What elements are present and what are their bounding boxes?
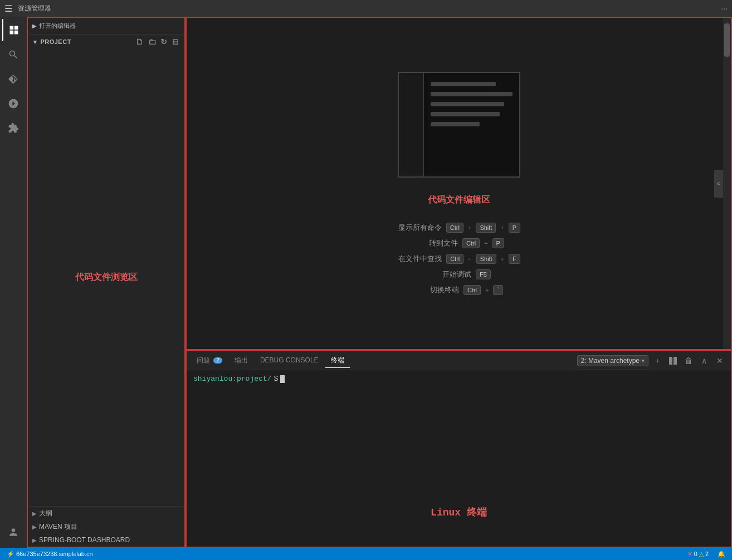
collapse-icon[interactable]: ⊟ bbox=[171, 36, 180, 47]
project-label: PROJECT bbox=[40, 38, 71, 45]
activity-bar bbox=[0, 17, 27, 548]
sidebar-item-springboot[interactable]: ▶ SPRING-BOOT DASHBOARD bbox=[28, 533, 184, 547]
remote-url: 66e735e73238.simplelab.cn bbox=[16, 551, 93, 557]
shortcut-row-1: 转到文件 Ctrl + P bbox=[413, 238, 504, 248]
terminal-selector-chevron: ▾ bbox=[642, 358, 645, 363]
tab-problems-label: 问题 bbox=[197, 356, 210, 364]
shortcut-label-1: 转到文件 bbox=[413, 238, 458, 248]
status-bar-left: ⚡ 66e735e73238.simplelab.cn bbox=[4, 551, 95, 558]
menu-icon[interactable]: ☰ bbox=[4, 3, 12, 14]
editor-icon-lines bbox=[424, 73, 519, 176]
activity-git[interactable] bbox=[2, 68, 25, 90]
terminal-chevron-up-btn[interactable]: ∧ bbox=[697, 354, 711, 367]
shortcut-label-0: 显示所有命令 bbox=[397, 223, 442, 233]
editor-line-5 bbox=[431, 122, 480, 126]
status-bar-right: ✕ 0 △ 2 🔔 bbox=[685, 551, 728, 558]
sidebar-item-outline[interactable]: ▶ 大纲 bbox=[28, 507, 184, 520]
shortcut-row-0: 显示所有命令 Ctrl + Shift + P bbox=[397, 223, 520, 233]
kbd-ctrl-0: Ctrl bbox=[446, 223, 463, 233]
tab-output-label: 输出 bbox=[235, 356, 248, 364]
shortcut-label-2: 在文件中查找 bbox=[397, 254, 442, 264]
tab-output[interactable]: 输出 bbox=[229, 353, 253, 368]
bell-icon: 🔔 bbox=[718, 551, 725, 558]
terminal-trash-btn[interactable]: 🗑 bbox=[682, 354, 695, 367]
terminal-add-btn[interactable]: + bbox=[651, 354, 664, 367]
status-errors[interactable]: ✕ 0 △ 2 bbox=[685, 551, 711, 558]
terminal-content[interactable]: shiyanlou:project/ $ Linux 终端 bbox=[187, 370, 731, 547]
project-chevron: ▼ bbox=[32, 39, 38, 45]
scrollbar-thumb bbox=[724, 23, 730, 57]
kbd-key-4: ` bbox=[493, 285, 503, 295]
sidebar-item-maven[interactable]: ▶ MAVEN 项目 bbox=[28, 520, 184, 533]
tab-debug-label: DEBUG CONSOLE bbox=[260, 356, 319, 364]
editor-line-3 bbox=[431, 102, 504, 106]
terminal-split-btn[interactable] bbox=[666, 354, 680, 367]
kbd-ctrl-4: Ctrl bbox=[463, 285, 481, 295]
tab-terminal[interactable]: 终端 bbox=[325, 353, 350, 368]
shortcut-row-2: 在文件中查找 Ctrl + Shift + F bbox=[397, 254, 520, 264]
open-editors-header[interactable]: ▶ 打开的编辑器 bbox=[28, 18, 184, 35]
terminal-selector[interactable]: 2: Maven archetype ▾ bbox=[577, 355, 648, 366]
tab-problems[interactable]: 问题 2 bbox=[191, 353, 228, 368]
activity-run[interactable] bbox=[2, 92, 25, 115]
sidebar-bottom: ▶ 大纲 ▶ MAVEN 项目 ▶ SPRING-BOOT DASHBOARD bbox=[28, 506, 184, 547]
kbd-shift-2: Shift bbox=[476, 254, 496, 264]
top-bar-title: 资源管理器 bbox=[18, 4, 51, 13]
error-count: 0 bbox=[694, 551, 697, 557]
open-editors-chevron: ▶ bbox=[32, 23, 37, 29]
terminal-selector-label: 2: Maven archetype bbox=[581, 357, 640, 365]
error-icon: ✕ bbox=[687, 551, 692, 558]
status-bar: ⚡ 66e735e73238.simplelab.cn ✕ 0 △ 2 🔔 bbox=[0, 548, 732, 560]
editor-welcome: 代码文件编辑区 显示所有命令 Ctrl + Shift + P 转到文件 Ctr… bbox=[397, 72, 520, 295]
kbd-ctrl-2: Ctrl bbox=[446, 254, 463, 264]
activity-search[interactable] bbox=[2, 43, 25, 66]
new-file-icon[interactable]: 🗋 bbox=[134, 36, 145, 47]
collapse-panel-btn[interactable]: « bbox=[714, 170, 723, 198]
tab-debug-console[interactable]: DEBUG CONSOLE bbox=[255, 354, 324, 367]
springboot-label: SPRING-BOOT DASHBOARD bbox=[39, 536, 130, 544]
shortcut-row-3: 开始调试 F5 bbox=[427, 269, 491, 279]
terminal-tabs-right: 2: Maven archetype ▾ + 🗑 ∧ ✕ bbox=[577, 354, 726, 367]
kbd-key-2: F bbox=[509, 254, 520, 264]
top-bar-dots[interactable]: ··· bbox=[721, 4, 728, 13]
terminal-red-label: Linux 终端 bbox=[431, 505, 487, 519]
activity-extensions[interactable] bbox=[2, 117, 25, 139]
editor-line-1 bbox=[431, 82, 496, 86]
terminal-close-btn[interactable]: ✕ bbox=[713, 354, 726, 367]
editor-icon-left bbox=[399, 73, 424, 176]
warn-count: 2 bbox=[705, 551, 709, 557]
editor-caption: 代码文件编辑区 bbox=[428, 194, 490, 206]
tab-terminal-label: 终端 bbox=[331, 356, 344, 364]
terminal-prompt: shiyanlou:project/ $ bbox=[193, 375, 724, 383]
svg-rect-0 bbox=[669, 357, 672, 365]
terminal-panel: 问题 2 输出 DEBUG CONSOLE 终端 2: Maven archet… bbox=[186, 350, 732, 548]
project-toolbar: 🗋 🗀 ↻ ⊟ bbox=[134, 36, 180, 47]
shortcut-label-3: 开始调试 bbox=[427, 269, 471, 279]
editor-line-2 bbox=[431, 92, 513, 96]
top-bar: ☰ 资源管理器 ··· bbox=[0, 0, 732, 17]
kbd-key-3: F5 bbox=[476, 269, 491, 279]
terminal-user: shiyanlou:project/ bbox=[193, 375, 271, 383]
kbd-ctrl-1: Ctrl bbox=[462, 238, 480, 248]
status-remote[interactable]: ⚡ 66e735e73238.simplelab.cn bbox=[4, 551, 95, 558]
editor-icon-box bbox=[398, 72, 520, 178]
activity-account[interactable] bbox=[2, 521, 25, 543]
project-header[interactable]: ▼ PROJECT 🗋 🗀 ↻ ⊟ bbox=[28, 35, 184, 49]
refresh-icon[interactable]: ↻ bbox=[159, 36, 169, 47]
shortcut-label-4: 切换终端 bbox=[414, 285, 459, 295]
maven-label: MAVEN 项目 bbox=[39, 522, 77, 532]
svg-rect-1 bbox=[674, 357, 677, 365]
status-notifications[interactable]: 🔔 bbox=[715, 551, 728, 558]
editor-area: 代码文件编辑区 显示所有命令 Ctrl + Shift + P 转到文件 Ctr… bbox=[186, 17, 732, 350]
remote-icon: ⚡ bbox=[7, 551, 14, 558]
shortcuts-grid: 显示所有命令 Ctrl + Shift + P 转到文件 Ctrl + P bbox=[397, 223, 520, 295]
open-editors-label: 打开的编辑器 bbox=[39, 22, 76, 30]
kbd-key-0: P bbox=[509, 223, 520, 233]
scrollbar[interactable] bbox=[723, 18, 731, 349]
new-folder-icon[interactable]: 🗀 bbox=[147, 36, 158, 47]
activity-explorer[interactable] bbox=[2, 19, 25, 41]
right-panel: 代码文件编辑区 显示所有命令 Ctrl + Shift + P 转到文件 Ctr… bbox=[186, 17, 732, 548]
kbd-key-1: P bbox=[492, 238, 504, 248]
springboot-arrow: ▶ bbox=[32, 537, 37, 543]
shortcut-row-4: 切换终端 Ctrl + ` bbox=[414, 285, 503, 295]
